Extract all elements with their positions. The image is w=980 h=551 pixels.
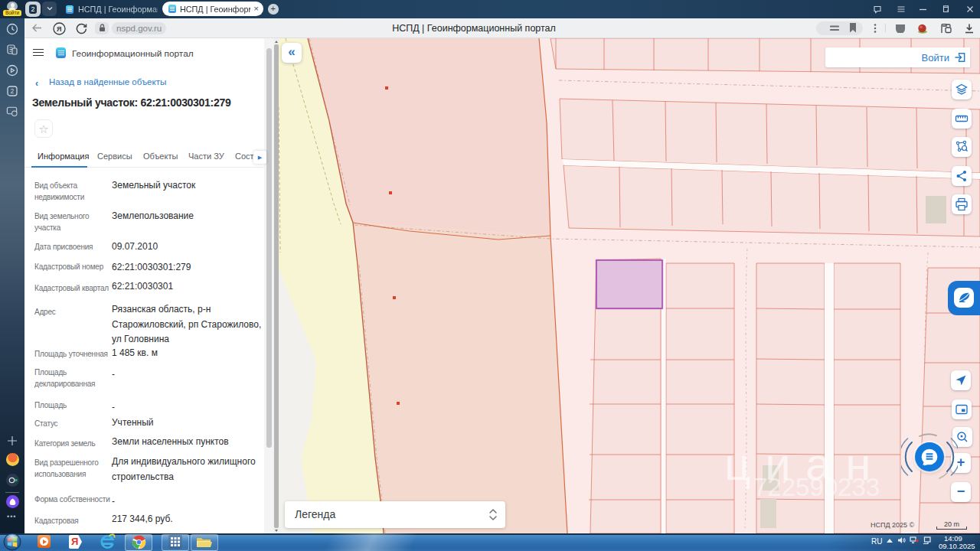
svg-text:2: 2 — [10, 87, 14, 95]
svg-text:722590233: 722590233 — [753, 473, 880, 501]
